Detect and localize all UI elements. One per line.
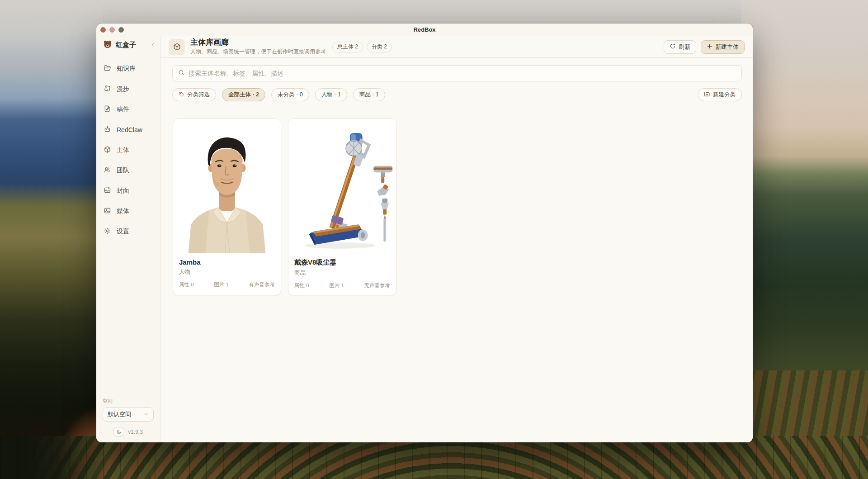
tag-icon (179, 91, 184, 99)
app-window: RedBox 红盒子 (96, 24, 753, 442)
new-category-label: 新建分类 (713, 91, 736, 99)
sidebar-item-label: 漫步 (117, 85, 129, 93)
card-title: 戴森V8吸尘器 (294, 258, 390, 267)
document-icon (104, 105, 111, 114)
content-area: 分类筛选 全部主体 · 2 未分类 · 0 人物 · 1 商品 · 1 新建分类 (160, 58, 753, 442)
subject-card-grid: Jamba 人物 属性 0 图片 1 有声音参考 (172, 119, 742, 295)
plus-icon (707, 43, 712, 51)
sidebar-item-label: 封面 (117, 187, 129, 195)
sidebar-item-media[interactable]: 媒体 (100, 203, 156, 219)
refresh-icon (670, 43, 676, 51)
refresh-button[interactable]: 刷新 (664, 40, 696, 54)
folder-icon (104, 64, 111, 73)
sidebar-item-covers[interactable]: 封面 (100, 183, 156, 199)
chip-all-subjects[interactable]: 全部主体 · 2 (222, 88, 265, 101)
sidebar-item-label: RedClaw (117, 126, 142, 133)
box-icon (104, 146, 111, 155)
page-title: 主体库画廊 (190, 38, 326, 47)
sidebar-item-settings[interactable]: 设置 (100, 223, 156, 240)
people-icon (104, 166, 111, 175)
card-audio-ref: 无声音参考 (364, 282, 391, 289)
card-audio-ref: 有声音参考 (249, 281, 275, 288)
folder-plus-icon (704, 91, 710, 99)
dice-icon (104, 85, 111, 94)
sidebar-footer: 空间 默认空间 v1.9.3 (96, 392, 160, 442)
chip-products[interactable]: 商品 · 1 (353, 88, 385, 101)
new-category-button[interactable]: 新建分类 (698, 88, 742, 101)
chevron-down-icon (143, 411, 149, 418)
sidebar-item-knowledge-base[interactable]: 知识库 (100, 61, 156, 77)
space-selector[interactable]: 默认空间 (103, 407, 154, 422)
sidebar-item-team[interactable]: 团队 (100, 162, 156, 179)
wallpaper-forest-left (0, 0, 103, 479)
page-header: 主体库画廊 人物、商品、场景统一管理，便于在创作时直接调用参考 总主体 2 分类… (160, 36, 753, 58)
sidebar-item-label: 团队 (117, 166, 129, 175)
sidebar-item-wander[interactable]: 漫步 (100, 81, 156, 97)
refresh-label: 刷新 (679, 43, 690, 51)
sidebar-item-label: 稿件 (117, 105, 129, 114)
new-subject-button[interactable]: 新建主体 (701, 40, 745, 54)
subject-card-dyson-v8[interactable]: 戴森V8吸尘器 商品 属性 0 图片 1 无声音参考 (288, 119, 396, 295)
page-subtitle: 人物、商品、场景统一管理，便于在创作时直接调用参考 (190, 48, 326, 56)
sidebar-item-label: 媒体 (117, 207, 129, 215)
app-logo-row: 红盒子 (96, 36, 160, 54)
categories-badge: 分类 2 (367, 42, 392, 52)
titlebar: RedBox (96, 24, 753, 36)
space-selected-value: 默认空间 (108, 410, 143, 418)
image-plus-icon (104, 186, 111, 195)
dyson-vacuum-image (288, 119, 396, 254)
category-filter-label: 分类筛选 (187, 91, 210, 99)
space-label: 空间 (103, 398, 154, 404)
chip-uncategorized[interactable]: 未分类 · 0 (271, 88, 309, 101)
search-input[interactable] (189, 70, 736, 77)
card-images-count: 图片 1 (329, 282, 344, 289)
card-category: 商品 (294, 269, 390, 277)
search-icon (178, 69, 185, 78)
sidebar-item-subjects[interactable]: 主体 (100, 142, 156, 158)
app-version: v1.9.3 (128, 429, 143, 435)
filter-row: 分类筛选 全部主体 · 2 未分类 · 0 人物 · 1 商品 · 1 新建分类 (172, 88, 742, 101)
sidebar-item-label: 主体 (117, 146, 129, 154)
theme-toggle-button[interactable] (113, 427, 124, 437)
new-subject-label: 新建主体 (715, 43, 739, 51)
sidebar-item-label: 设置 (117, 228, 129, 236)
gear-icon (104, 227, 111, 236)
card-category: 人物 (179, 268, 275, 276)
bear-logo-icon (103, 39, 113, 51)
app-name: 红盒子 (116, 41, 150, 49)
total-subjects-badge: 总主体 2 (332, 42, 363, 52)
card-attrs: 属性 0 (179, 281, 194, 288)
sidebar-item-redclaw[interactable]: RedClaw (100, 122, 156, 138)
subject-card-jamba[interactable]: Jamba 人物 属性 0 图片 1 有声音参考 (173, 119, 281, 295)
card-title: Jamba (179, 258, 275, 266)
sidebar: 红盒子 知识库 漫步 稿件 (96, 36, 160, 442)
window-title: RedBox (96, 26, 753, 33)
wallpaper-vineyard-bottom (0, 436, 868, 479)
image-icon (104, 207, 111, 216)
category-filter-button[interactable]: 分类筛选 (172, 88, 216, 101)
card-attrs: 属性 0 (294, 282, 309, 289)
robot-icon (104, 125, 111, 134)
sidebar-item-drafts[interactable]: 稿件 (100, 101, 156, 118)
card-images-count: 图片 1 (214, 281, 229, 288)
subject-library-icon (169, 39, 185, 55)
chip-people[interactable]: 人物 · 1 (315, 88, 347, 101)
jamba-portrait-image (173, 119, 281, 254)
search-bar[interactable] (172, 65, 742, 81)
sidebar-nav: 知识库 漫步 稿件 RedClaw 主体 (96, 54, 160, 244)
sidebar-collapse-button[interactable] (150, 43, 156, 48)
sidebar-item-label: 知识库 (117, 65, 136, 73)
main-area: 主体库画廊 人物、商品、场景统一管理，便于在创作时直接调用参考 总主体 2 分类… (160, 36, 753, 442)
